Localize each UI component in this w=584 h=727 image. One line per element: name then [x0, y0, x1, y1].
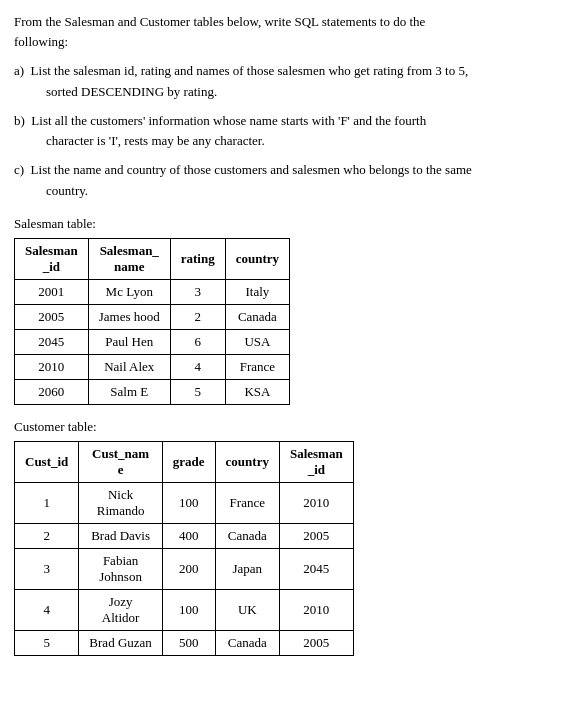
table-cell: Canada	[215, 630, 279, 655]
table-cell: KSA	[225, 379, 289, 404]
salesman-col-name: Salesman_name	[88, 238, 170, 279]
table-cell: France	[215, 482, 279, 523]
table-cell: 2010	[15, 354, 89, 379]
table-row: 2001Mc Lyon3Italy	[15, 279, 290, 304]
table-row: 2045Paul Hen6USA	[15, 329, 290, 354]
table-cell: Salm E	[88, 379, 170, 404]
table-cell: 2060	[15, 379, 89, 404]
intro-paragraph: From the Salesman and Customer tables be…	[14, 12, 570, 51]
table-cell: 2005	[15, 304, 89, 329]
table-cell: 5	[170, 379, 225, 404]
salesman-col-country: country	[225, 238, 289, 279]
table-cell: Paul Hen	[88, 329, 170, 354]
table-cell: 2001	[15, 279, 89, 304]
salesman-table-section: Salesman table: Salesman_id Salesman_nam…	[14, 216, 570, 405]
customer-col-grade: grade	[162, 441, 215, 482]
table-cell: 2010	[279, 482, 353, 523]
table-cell: Nail Alex	[88, 354, 170, 379]
table-row: 3FabianJohnson200Japan2045	[15, 548, 354, 589]
section-a-label: a)	[14, 63, 27, 78]
table-row: 4JozyAltidor100UK2010	[15, 589, 354, 630]
table-cell: USA	[225, 329, 289, 354]
section-a: a) List the salesman id, rating and name…	[14, 61, 570, 103]
customer-col-id: Cust_id	[15, 441, 79, 482]
customer-table-section: Customer table: Cust_id Cust_name grade …	[14, 419, 570, 656]
table-cell: 1	[15, 482, 79, 523]
section-a-line2: sorted DESCENDING by rating.	[46, 84, 217, 99]
section-b-label: b)	[14, 113, 28, 128]
table-cell: 100	[162, 589, 215, 630]
customer-table-title: Customer table:	[14, 419, 570, 435]
table-cell: 3	[170, 279, 225, 304]
salesman-col-id: Salesman_id	[15, 238, 89, 279]
table-cell: 3	[15, 548, 79, 589]
salesman-table-title: Salesman table:	[14, 216, 570, 232]
salesman-col-rating: rating	[170, 238, 225, 279]
table-cell: 5	[15, 630, 79, 655]
section-c-label: c)	[14, 162, 27, 177]
table-cell: 400	[162, 523, 215, 548]
section-b-line2: character is 'I', rests may be any chara…	[46, 133, 265, 148]
table-cell: 100	[162, 482, 215, 523]
section-c-line1: List the name and country of those custo…	[31, 162, 472, 177]
table-cell: 4	[170, 354, 225, 379]
section-c-line2: country.	[46, 183, 88, 198]
table-row: 2010Nail Alex4France	[15, 354, 290, 379]
table-cell: 2045	[279, 548, 353, 589]
intro-line1: From the Salesman and Customer tables be…	[14, 14, 425, 29]
table-cell: UK	[215, 589, 279, 630]
table-cell: Japan	[215, 548, 279, 589]
table-cell: Canada	[215, 523, 279, 548]
table-cell: Brad Guzan	[79, 630, 162, 655]
table-cell: Italy	[225, 279, 289, 304]
section-c: c) List the name and country of those cu…	[14, 160, 570, 202]
table-cell: NickRimando	[79, 482, 162, 523]
table-cell: 2	[170, 304, 225, 329]
table-cell: 2005	[279, 523, 353, 548]
table-cell: 2	[15, 523, 79, 548]
table-cell: JozyAltidor	[79, 589, 162, 630]
table-cell: 200	[162, 548, 215, 589]
customer-col-country: country	[215, 441, 279, 482]
section-b: b) List all the customers' information w…	[14, 111, 570, 153]
table-cell: 2045	[15, 329, 89, 354]
section-b-line1: List all the customers' information whos…	[31, 113, 426, 128]
table-cell: 2005	[279, 630, 353, 655]
table-cell: France	[225, 354, 289, 379]
customer-table: Cust_id Cust_name grade country Salesman…	[14, 441, 354, 656]
table-cell: James hood	[88, 304, 170, 329]
customer-col-name: Cust_name	[79, 441, 162, 482]
table-cell: Mc Lyon	[88, 279, 170, 304]
table-row: 1NickRimando100France2010	[15, 482, 354, 523]
table-row: 2005James hood2Canada	[15, 304, 290, 329]
table-row: 5Brad Guzan500Canada2005	[15, 630, 354, 655]
table-row: 2Brad Davis400Canada2005	[15, 523, 354, 548]
table-row: 2060Salm E5KSA	[15, 379, 290, 404]
section-a-line1: List the salesman id, rating and names o…	[31, 63, 469, 78]
table-cell: 4	[15, 589, 79, 630]
salesman-table: Salesman_id Salesman_name rating country…	[14, 238, 290, 405]
table-cell: FabianJohnson	[79, 548, 162, 589]
table-cell: 500	[162, 630, 215, 655]
table-cell: Brad Davis	[79, 523, 162, 548]
customer-col-salesman: Salesman_id	[279, 441, 353, 482]
table-cell: 2010	[279, 589, 353, 630]
intro-line2: following:	[14, 34, 68, 49]
table-cell: Canada	[225, 304, 289, 329]
table-cell: 6	[170, 329, 225, 354]
